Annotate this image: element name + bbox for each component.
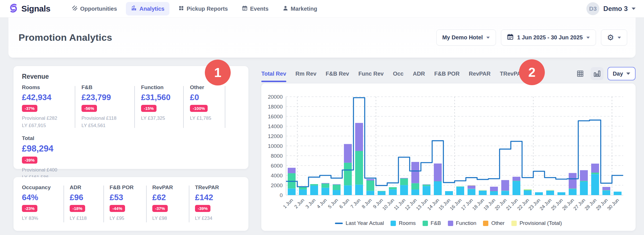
kpi-summary-card: Occupancy 64% -23% LY 83% ADR £96 -18% L… [13,177,248,231]
annotation-marker-2: 2 [519,59,545,85]
date-range-button[interactable]: 1 Jun 2025 - 30 Jun 2025 [501,30,596,46]
stat-label: RevPAR [152,184,183,191]
divider [75,86,75,128]
brand-logo[interactable]: Signals [8,3,50,14]
tab-label: ADR [413,71,425,77]
revenue-chart-card: 0200040006000800010000120001400016000180… [261,83,636,231]
provisional-value: Provisional £400 [22,166,240,174]
legend-item[interactable]: Rooms [391,220,416,226]
tab-label: Occ [393,71,403,77]
pickup-reports-icon [178,5,184,12]
last-year-value: LY £118 [70,215,98,222]
svg-text:15 Jun: 15 Jun [437,197,452,211]
hotel-selector-button[interactable]: My Demo Hotel [436,30,496,46]
last-year-value: LY £37,325 [141,115,177,122]
svg-text:27 Jun: 27 Jun [572,197,586,211]
analytics-icon [131,5,137,12]
legend-label: F&B [431,220,441,226]
events-calendar-icon [242,5,248,12]
tab-revpar[interactable]: RevPAR [469,65,491,82]
legend-color-swatch [511,221,517,226]
svg-text:19 Jun: 19 Jun [482,197,496,211]
nav-item-label: Events [250,6,269,12]
calendar-icon [507,33,514,42]
chevron-down-icon [626,73,630,75]
divider [146,186,147,222]
svg-text:18 Jun: 18 Jun [471,197,485,211]
tab-fb-rev[interactable]: F&B Rev [326,65,349,82]
svg-text:18000: 18000 [268,104,283,110]
tab-total-rev[interactable]: Total Rev [261,65,286,82]
nav-item-marketing[interactable]: Marketing [278,2,322,15]
kpi-col-trevpar: TRevPAR £142 -39% LY £234 [195,184,229,223]
header-actions: My Demo Hotel 1 Jun 2025 - 30 Jun 2025 ⚙ [436,30,627,46]
svg-text:11 Jun: 11 Jun [393,197,407,211]
kpi-col-occupancy: Occupancy 64% -23% LY 83% [22,184,58,223]
svg-text:14000: 14000 [268,123,283,129]
tab-adr[interactable]: ADR [413,65,425,82]
delta-badge: -56% [81,105,97,112]
chart-toolbar: Day [574,67,636,80]
stat-label: Total [22,135,240,141]
nav-item-pickup-reports[interactable]: Pickup Reports [173,2,233,15]
revenue-col-other: Other £0 -100% LY £1,785 [190,84,219,129]
nav-item-label: Analytics [139,6,164,12]
divider [103,186,104,222]
svg-text:2000: 2000 [271,182,283,188]
delta-badge: -39% [22,157,37,164]
stat-value: £96 [70,193,98,202]
legend-item[interactable]: Provisional (Total) [511,220,562,226]
svg-text:25 Jun: 25 Jun [550,197,564,211]
stat-label: Rooms [22,84,69,91]
tab-fb-por[interactable]: F&B POR [434,65,460,82]
stat-value: £42,934 [22,93,69,102]
nav-item-opportunities[interactable]: Opportunities [67,2,122,15]
divider [225,86,225,128]
legend-label: Provisional (Total) [520,220,562,226]
legend-label: Last Year Actual [346,220,384,226]
legend-item[interactable]: Function [448,220,477,226]
tab-occ[interactable]: Occ [393,65,403,82]
tab-label: Total Rev [261,71,286,77]
legend-item[interactable]: F&B [423,220,441,226]
user-name: Demo 3 [603,5,628,13]
signals-logo-icon [8,3,19,14]
interval-select[interactable]: Day [607,67,636,80]
nav-item-events[interactable]: Events [237,2,274,15]
divider [183,86,184,128]
table-view-icon[interactable] [574,67,587,80]
revenue-col-fb: F&B £23,799 -56% Provisional £118 LY £54… [81,84,128,129]
legend-item[interactable]: Other [483,220,505,226]
svg-text:7 Jun: 7 Jun [350,197,362,209]
user-menu[interactable]: D3 Demo 3 [586,2,636,15]
settings-button[interactable]: ⚙ [601,30,627,46]
delta-badge: -18% [70,205,85,212]
gear-icon: ⚙ [607,34,614,42]
kpi-col-adr: ADR £96 -18% LY £118 [70,184,98,223]
top-navbar: Signals Opportunities Analytics [0,0,644,17]
tab-rm-rev[interactable]: Rm Rev [296,65,316,82]
chart-view-icon[interactable] [591,67,604,80]
nav-item-analytics[interactable]: Analytics [126,2,169,15]
tab-label: Func Rev [358,71,384,77]
svg-text:16000: 16000 [268,114,283,119]
svg-text:22 Jun: 22 Jun [516,197,530,211]
svg-text:26 Jun: 26 Jun [561,197,575,211]
stat-label: Occupancy [22,184,58,191]
divider [64,186,64,222]
stat-label: Function [141,84,177,91]
annotation-number: 2 [528,65,536,80]
opportunities-icon [72,5,78,12]
chevron-down-icon [486,37,490,39]
tab-func-rev[interactable]: Func Rev [358,65,384,82]
stat-value: £31,560 [141,93,177,102]
legend-item[interactable]: Last Year Actual [335,220,384,226]
hotel-selector-label: My Demo Hotel [442,34,483,41]
date-range-label: 1 Jun 2025 - 30 Jun 2025 [517,34,582,41]
stat-value: £62 [152,193,183,202]
nav-item-label: Pickup Reports [187,6,228,12]
svg-text:8000: 8000 [271,153,283,159]
legend-color-swatch [391,221,396,226]
stat-value: £53 [110,193,140,202]
last-year-value: LY £234 [195,215,229,222]
